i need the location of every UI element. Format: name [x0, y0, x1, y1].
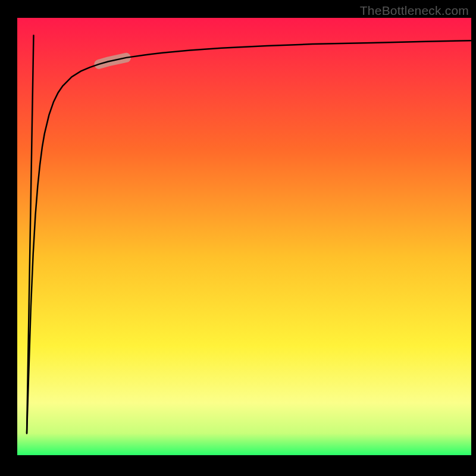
- chart-container: TheBottleneck.com: [0, 0, 476, 476]
- bottleneck-chart: [0, 0, 476, 476]
- gradient-background: [17, 18, 471, 455]
- attribution-text: TheBottleneck.com: [360, 4, 469, 18]
- plot-area: [17, 18, 471, 455]
